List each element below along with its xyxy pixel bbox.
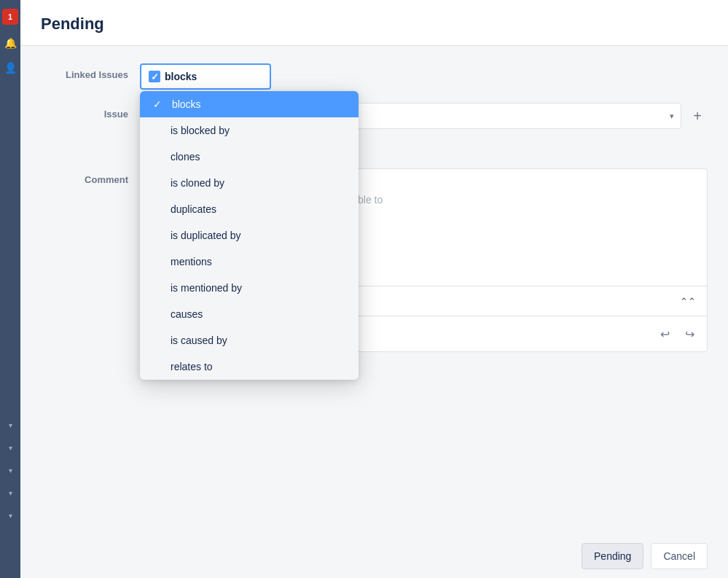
dropdown-item-is-cloned-by[interactable]: is cloned by (140, 170, 359, 196)
comment-label: Comment (41, 168, 128, 185)
bell-icon[interactable]: 🔔 (4, 36, 17, 50)
check-icon: ✓ (149, 71, 160, 82)
modal-title: Pending (41, 15, 708, 34)
chevron-down-icon-5: ▾ (9, 512, 12, 520)
modal-footer: Pending Cancel (20, 534, 728, 578)
collapse-toolbar-button[interactable]: ⌃⌃ (676, 291, 700, 311)
dropdown-item-label: blocks (172, 98, 201, 110)
link-type-dropdown[interactable]: ✓ blocks ✓ blocks is blocked by c (140, 63, 271, 90)
dropdown-item-label: duplicates (171, 203, 216, 215)
modal-header: Pending (20, 0, 728, 46)
sidebar: 1 🔔 👤 ▾ ▾ ▾ ▾ ▾ (0, 0, 20, 578)
dropdown-item-label: causes (171, 308, 203, 320)
user-icon[interactable]: 👤 (4, 61, 17, 74)
dropdown-item-is-mentioned-by[interactable]: is mentioned by (140, 275, 359, 301)
badge-count: 1 (8, 12, 12, 21)
chevron-down-icon-1: ▾ (9, 421, 12, 429)
check-mark-icon: ✓ (153, 98, 162, 110)
dropdown-item-duplicates[interactable]: duplicates (140, 196, 359, 222)
dropdown-item-mentions[interactable]: mentions (140, 249, 359, 275)
link-type-menu: ✓ blocks is blocked by clones is cloned … (140, 91, 359, 380)
link-type-value: blocks (165, 71, 197, 82)
add-issue-button[interactable]: + (687, 106, 708, 126)
dropdown-item-relates-to[interactable]: relates to (140, 354, 359, 380)
modal-body: Linked Issues ✓ blocks ✓ blocks (20, 46, 728, 383)
undo-button[interactable]: ↩ (654, 324, 675, 344)
dropdown-item-label: is mentioned by (171, 282, 242, 294)
linked-issues-label: Linked Issues (41, 63, 128, 80)
dropdown-item-is-blocked-by[interactable]: is blocked by (140, 117, 359, 144)
linked-issues-row: Linked Issues ✓ blocks ✓ blocks (41, 63, 708, 90)
dropdown-item-label: is cloned by (171, 177, 224, 189)
cancel-button[interactable]: Cancel (651, 543, 708, 569)
modal-panel: Pending Linked Issues ✓ blocks ✓ block (20, 0, 728, 578)
chevron-down-icon-3: ▾ (9, 466, 12, 474)
dropdown-item-label: mentions (171, 256, 212, 267)
undo-redo-controls: ↩ ↪ (654, 324, 700, 344)
dropdown-item-label: is blocked by (171, 125, 230, 136)
link-type-selected[interactable]: ✓ blocks (140, 63, 271, 90)
dropdown-item-clones[interactable]: clones (140, 144, 359, 170)
dropdown-item-is-caused-by[interactable]: is caused by (140, 327, 359, 354)
linked-issues-content: ✓ blocks ✓ blocks is blocked by c (140, 63, 708, 90)
dropdown-item-label: is caused by (171, 335, 227, 346)
chevron-down-icon-4: ▾ (9, 489, 12, 497)
dropdown-item-label: relates to (171, 361, 213, 372)
dropdown-item-is-duplicated-by[interactable]: is duplicated by (140, 222, 359, 249)
dropdown-item-blocks[interactable]: ✓ blocks (140, 91, 359, 117)
sidebar-badge[interactable]: 1 (2, 9, 18, 25)
dropdown-item-label: is duplicated by (171, 230, 241, 241)
collapse-icon: ⌃⌃ (680, 296, 696, 307)
chevron-down-icon-2: ▾ (9, 444, 12, 452)
redo-button[interactable]: ↪ (679, 324, 700, 344)
dropdown-item-label: clones (171, 151, 200, 163)
submit-button[interactable]: Pending (582, 543, 643, 569)
dropdown-item-causes[interactable]: causes (140, 301, 359, 327)
issue-label: Issue (41, 103, 128, 120)
